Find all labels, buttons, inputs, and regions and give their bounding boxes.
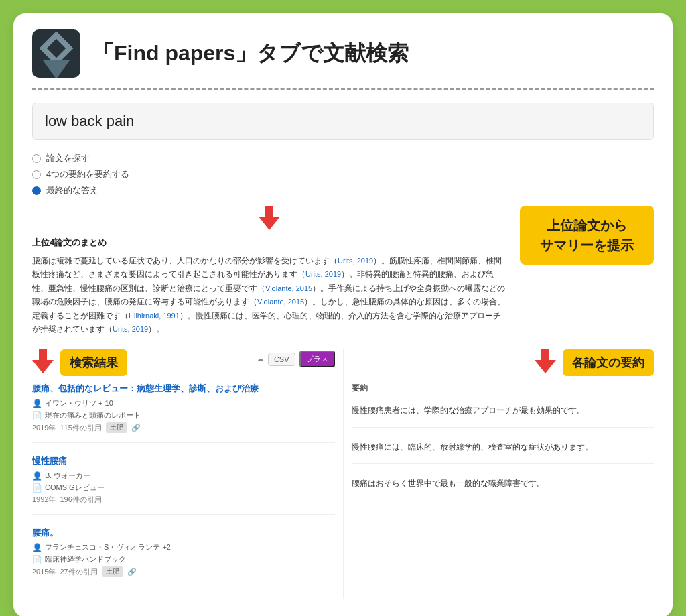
abstract-header-row: 各論文の要約 <box>352 349 655 376</box>
arrow-stem <box>265 206 273 217</box>
page-title: 「Find papers」タブで文献検索 <box>92 39 409 68</box>
abstract-item-1: 慢性腰痛患者には、学際的な治療アプローチが最も効果的です。 <box>352 403 655 427</box>
results-down-arrow <box>32 349 54 373</box>
action-buttons: ☁ CSV プラス <box>257 349 335 367</box>
person-icon-2: 👤 <box>32 471 42 481</box>
abstract-down-arrow <box>535 349 556 373</box>
csv-button[interactable]: CSV <box>268 353 295 366</box>
logo-bookmark <box>43 60 70 78</box>
radio-circle-search <box>32 154 41 163</box>
summaries-column: 各論文の要約 要約 慢性腰痛患者には、学際的な治療アプローチが最も効果的です。 … <box>343 349 655 599</box>
results-arrow-group <box>32 349 54 373</box>
radio-label-final: 最終的な答え <box>46 184 98 196</box>
abstract-item-2: 慢性腰痛には、臨床的、放射線学的、検査室的な症状があります。 <box>352 440 655 464</box>
ref-urits-2[interactable]: Urits, 2019 <box>305 270 341 278</box>
book-icon-2: 📄 <box>32 483 42 493</box>
callout-summary-box: 上位論文から サマリーを提示 <box>520 206 654 265</box>
paper-authors-3: 👤 フランチェスコ・S・ヴィオランテ +2 <box>32 542 335 552</box>
radio-item-summarize[interactable]: 4つの要約を要約する <box>32 168 506 180</box>
search-query-text: low back pain <box>45 113 641 130</box>
radio-circle-final <box>32 186 41 195</box>
paper-meta-2: 1992年 196件の引用 <box>32 495 335 505</box>
summary-title: 上位4論文のまとめ <box>32 237 506 249</box>
abstract-arrow-stem <box>541 349 549 360</box>
radio-group: 論文を探す 4つの要約を要約する 最終的な答え <box>32 152 506 196</box>
abstract-arrow-head <box>535 360 556 373</box>
paper-tag-1[interactable]: 土肥 <box>106 422 127 433</box>
papers-list: 腰痛、包括的なレビュー：病態生理学、診断、および治療 👤 イワン・ウリツ + 1… <box>32 383 335 587</box>
callout-summary-line2: サマリーを提示 <box>540 238 634 253</box>
radio-label-summarize: 4つの要約を要約する <box>46 168 129 180</box>
radio-item-search[interactable]: 論文を探す <box>32 152 506 164</box>
summary-col-header: 要約 <box>352 383 655 397</box>
summary-body: 腰痛は複雑で蔓延している症状であり、人口のかなりの部分が影響を受けています（Ur… <box>32 254 506 336</box>
callout-abstract-box: 各論文の要約 <box>563 349 654 376</box>
ref-urits-1[interactable]: Urits, 2019 <box>338 257 373 265</box>
bottom-section: 検索結果 ☁ CSV プラス 腰痛、包括的なレビュー：病態生理学、診断、および治… <box>32 349 654 599</box>
ref-violante-2[interactable]: Violante, 2015 <box>257 298 304 306</box>
summary-section: 上位4論文のまとめ 腰痛は複雑で蔓延している症状であり、人口のかなりの部分が影響… <box>32 237 506 336</box>
cloud-icon: ☁ <box>257 355 264 363</box>
abstract-arrow-group <box>535 349 556 373</box>
book-icon-1: 📄 <box>32 411 42 420</box>
results-header-row: 検索結果 ☁ CSV プラス <box>32 349 335 376</box>
results-arrow-stem <box>39 349 47 360</box>
summary-col-label: 要約 <box>352 383 368 393</box>
radio-label-search: 論文を探す <box>46 152 90 164</box>
paper-venue-2: 📄 COMSIGレビュー <box>32 483 335 493</box>
callout-results-label: 検索結果 <box>70 356 118 369</box>
paper-item-2: 慢性腰痛 👤 B. ウォーカー 📄 COMSIGレビュー 1992年 196件の… <box>32 455 335 515</box>
paper-item-1: 腰痛、包括的なレビュー：病態生理学、診断、および治療 👤 イワン・ウリツ + 1… <box>32 383 335 443</box>
radio-item-final[interactable]: 最終的な答え <box>32 184 506 196</box>
callout-summary-line1: 上位論文から <box>547 218 627 233</box>
paper-venue-1: 📄 現在の痛みと頭痛のレポート <box>32 410 335 420</box>
paper-venue-3: 📄 臨床神経学ハンドブック <box>32 554 335 564</box>
callout-abstract-label: 各論文の要約 <box>572 356 644 369</box>
paper-title-3[interactable]: 腰痛。 <box>32 527 335 539</box>
paper-meta-3: 2015年 27件の引用 土肥 🔗 <box>32 566 335 577</box>
header: 「Find papers」タブで文献検索 <box>32 29 654 90</box>
options-and-summary: 論文を探す 4つの要約を要約する 最終的な答え 上位4論文のまとめ <box>32 152 506 336</box>
callout-summary-area: 上位論文から サマリーを提示 <box>520 152 654 336</box>
down-arrow-summary <box>32 206 506 230</box>
paper-item-3: 腰痛。 👤 フランチェスコ・S・ヴィオランテ +2 📄 臨床神経学ハンドブック … <box>32 527 335 587</box>
paper-authors-2: 👤 B. ウォーカー <box>32 471 335 481</box>
ref-urits-3[interactable]: Urits, 2019 <box>113 325 148 333</box>
arrow-head <box>259 217 280 230</box>
book-icon-3: 📄 <box>32 555 42 564</box>
paper-tag-3[interactable]: 土肥 <box>102 566 123 577</box>
plus-button[interactable]: プラス <box>299 351 335 367</box>
search-box[interactable]: low back pain <box>32 103 654 140</box>
link-icon-3: 🔗 <box>127 568 137 576</box>
results-column: 検索結果 ☁ CSV プラス 腰痛、包括的なレビュー：病態生理学、診断、および治… <box>32 349 343 599</box>
paper-authors-1: 👤 イワン・ウリツ + 10 <box>32 398 335 408</box>
ref-violante-1[interactable]: Violante, 2015 <box>265 284 312 292</box>
top-section: 論文を探す 4つの要約を要約する 最終的な答え 上位4論文のまとめ <box>32 152 654 336</box>
person-icon-3: 👤 <box>32 543 42 552</box>
ref-hllh[interactable]: Hllhlrnakl, 1991 <box>129 312 180 320</box>
callout-results-box: 検索結果 <box>60 349 127 376</box>
paper-meta-1: 2019年 115件の引用 土肥 🔗 <box>32 422 335 433</box>
link-icon-1: 🔗 <box>131 424 141 432</box>
main-card: 「Find papers」タブで文献検索 low back pain 論文を探す… <box>13 13 673 616</box>
paper-title-1[interactable]: 腰痛、包括的なレビュー：病態生理学、診断、および治療 <box>32 383 335 395</box>
results-arrow-head <box>32 360 54 373</box>
logo <box>32 29 80 78</box>
abstract-item-3: 腰痛はおそらく世界中で最も一般的な職業障害です。 <box>352 476 655 499</box>
radio-circle-summarize <box>32 170 41 179</box>
paper-title-2[interactable]: 慢性腰痛 <box>32 455 335 467</box>
person-icon-1: 👤 <box>32 399 42 408</box>
